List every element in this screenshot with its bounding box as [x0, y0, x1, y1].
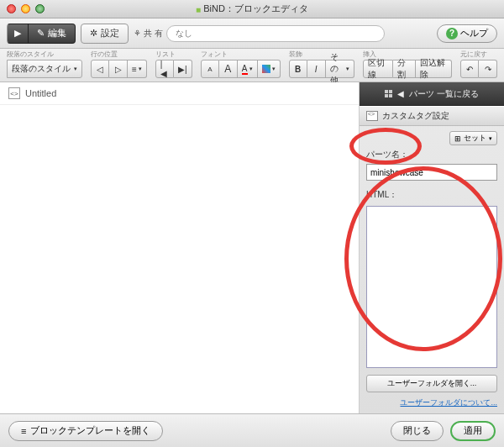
window-titlebar: ■ BiND：ブロックエディタ: [0, 0, 504, 18]
font-size-down-button[interactable]: A: [201, 60, 219, 78]
group-label-list: リスト: [155, 50, 192, 59]
part-name-label: パーツ名：: [366, 149, 497, 160]
list-prev-button[interactable]: |◀: [155, 60, 174, 78]
html-label: HTML：: [366, 189, 497, 201]
group-label-font: フォント: [201, 50, 281, 59]
play-button[interactable]: ▶: [7, 24, 29, 44]
edit-button[interactable]: ✎ 編集: [29, 24, 76, 44]
list-next-button[interactable]: ▶|: [174, 60, 192, 78]
help-button[interactable]: ?ヘルプ: [437, 24, 497, 43]
part-name-input[interactable]: [366, 164, 497, 181]
font-color-button[interactable]: A▾: [238, 60, 258, 78]
group-label-indent: 行の位置: [91, 50, 147, 59]
open-user-folder-button[interactable]: ユーザーフォルダを開く...: [366, 375, 497, 392]
panel-title: カスタムタグ設定: [360, 106, 504, 126]
html-textarea[interactable]: [366, 206, 497, 368]
workspace: <> Untitled ◀ パーツ 一覧に戻る カスタムタグ設定 ⊞ セット ▾…: [0, 82, 504, 413]
back-to-parts-button[interactable]: ◀ パーツ 一覧に戻る: [360, 82, 504, 106]
paragraph-style-dropdown[interactable]: 段落のスタイル▾: [7, 60, 82, 78]
settings-button[interactable]: ✲ 設定: [81, 24, 129, 44]
undo-button[interactable]: ↶: [460, 60, 479, 78]
editor-pane[interactable]: <> Untitled: [0, 82, 360, 413]
clear-float-button[interactable]: 回込解除: [416, 60, 452, 78]
about-user-folder-link[interactable]: ユーザーフォルダについて...: [366, 397, 497, 408]
custom-tag-icon: [366, 111, 378, 121]
group-label-decor: 装飾: [289, 50, 354, 59]
group-label-style: 段落のスタイル: [7, 50, 82, 59]
italic-button[interactable]: I: [307, 60, 326, 78]
footer-bar: ≡ ブロックテンプレートを開く 閉じる 適用: [0, 413, 504, 447]
share-label: ⚘ 共 有: [134, 28, 163, 39]
redo-button[interactable]: ↷: [479, 60, 497, 78]
bold-button[interactable]: B: [289, 60, 307, 78]
top-toolbar: ▶ ✎ 編集 ✲ 設定 ⚘ 共 有 なし ?ヘルプ: [0, 18, 504, 49]
bg-color-button[interactable]: ▾: [258, 60, 281, 78]
outdent-button[interactable]: ◁: [91, 60, 109, 78]
set-dropdown-button[interactable]: ⊞ セット ▾: [449, 131, 497, 145]
tab-code-icon: <>: [8, 87, 20, 99]
format-toolbar: 段落のスタイル 段落のスタイル▾ 行の位置 ◁ ▷ ≡▾ リスト |◀ ▶| フ…: [0, 49, 504, 82]
font-size-up-button[interactable]: A: [219, 60, 238, 78]
separator-button[interactable]: 区切線: [363, 60, 393, 78]
window-title: ■ BiND：ブロックエディタ: [0, 3, 504, 15]
apply-button[interactable]: 適用: [450, 421, 496, 441]
group-label-undo: 元に戻す: [460, 50, 497, 59]
help-icon: ?: [446, 28, 458, 39]
color-swatch-icon: [262, 65, 270, 73]
side-panel: ◀ パーツ 一覧に戻る カスタムタグ設定 ⊞ セット ▾ パーツ名： HTML：…: [360, 82, 504, 413]
editor-tab[interactable]: <> Untitled: [0, 82, 359, 105]
grid-icon: [385, 90, 392, 97]
indent-button[interactable]: ▷: [109, 60, 128, 78]
other-decor-button[interactable]: その他▾: [326, 60, 354, 78]
split-button[interactable]: 分割: [393, 60, 416, 78]
align-button[interactable]: ≡▾: [128, 60, 147, 78]
share-value-field[interactable]: なし: [166, 25, 385, 42]
tab-title: Untitled: [25, 88, 56, 98]
close-button[interactable]: 閉じる: [391, 421, 444, 441]
open-block-template-button[interactable]: ≡ ブロックテンプレートを開く: [8, 421, 163, 441]
